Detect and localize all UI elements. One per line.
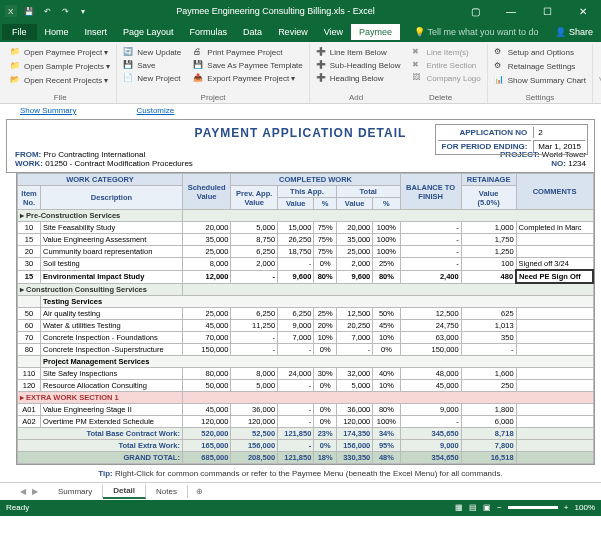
view-normal-icon[interactable]: ▦ (455, 503, 463, 512)
zoom-out-button[interactable]: − (497, 503, 502, 512)
view-layout-icon[interactable]: ▤ (469, 503, 477, 512)
group-delete-label: Delete (398, 92, 483, 103)
group-file-label: File (8, 92, 112, 103)
line-icon: ➕ (316, 47, 327, 58)
menu-data[interactable]: Data (235, 27, 270, 37)
tab-nav-next[interactable]: ▶ (32, 487, 48, 496)
minimize-button[interactable]: — (497, 6, 525, 17)
line-icon: ✖ (412, 47, 423, 58)
menu-paymee[interactable]: Paymee (351, 24, 400, 40)
sheet-tabs: ◀ ▶ Summary Detail Notes ⊕ (0, 482, 601, 500)
retainage-settings[interactable]: ⚙Retainage Settings (492, 60, 588, 73)
settings-icon: ⚙ (494, 61, 505, 72)
close-button[interactable]: ✕ (569, 6, 597, 17)
zoom-level: 100% (575, 503, 595, 512)
status-ready: Ready (6, 503, 29, 512)
menubar: File Home Insert Page Layout Formulas Da… (0, 22, 601, 42)
qat-more-icon[interactable]: ▾ (76, 4, 90, 18)
customize-link[interactable]: Customize (136, 106, 174, 115)
del-line-items[interactable]: ✖Line Item(s) (410, 46, 482, 59)
redo-icon[interactable]: ↷ (58, 4, 72, 18)
save-icon[interactable]: 💾 (22, 4, 36, 18)
gear-icon: ⚙ (494, 47, 505, 58)
svg-text:X: X (8, 7, 14, 16)
open-recent-projects[interactable]: 📂Open Recent Projects ▾ (8, 74, 112, 87)
save-as-template[interactable]: 💾Save As Paymee Template (191, 59, 304, 72)
menu-home[interactable]: Home (37, 27, 77, 37)
undo-icon[interactable]: ↶ (40, 4, 54, 18)
show-summary-link[interactable]: Show Summary (20, 106, 76, 115)
subhead-icon: ➕ (316, 60, 327, 71)
excel-icon: X (4, 4, 18, 18)
section-icon: ✖ (412, 60, 423, 71)
del-logo[interactable]: 🖼Company Logo (410, 72, 482, 85)
export-paymee[interactable]: 📤Export Paymee Project ▾ (191, 72, 304, 85)
window-title: Paymee Engineering Consulting Billing.xl… (90, 6, 461, 16)
menu-review[interactable]: Review (270, 27, 316, 37)
menu-insert[interactable]: Insert (77, 27, 116, 37)
folder-icon: 📁 (10, 61, 21, 72)
menu-view[interactable]: View (316, 27, 351, 37)
quick-access-toolbar: X 💾 ↶ ↷ ▾ (4, 4, 90, 18)
group-settings-label: Settings (492, 92, 588, 103)
zoom-slider[interactable] (508, 506, 558, 509)
menu-page-layout[interactable]: Page Layout (115, 27, 182, 37)
group-project-label: Project (121, 92, 305, 103)
show-summary-chart[interactable]: 📊Show Summary Chart (492, 74, 588, 87)
update-icon: 🔄 (123, 47, 134, 58)
tab-nav-prev[interactable]: ◀ (20, 487, 32, 496)
save-icon: 💾 (123, 60, 134, 71)
payment-grid[interactable]: WORK CATEGORYScheduled ValueCOMPLETED WO… (16, 173, 595, 465)
heading-icon: ➕ (316, 73, 327, 84)
new-update[interactable]: 🔄New Update (121, 46, 183, 59)
folder-icon: 📁 (10, 47, 21, 58)
tip-text: Tip: Right-Click for common commands or … (6, 465, 595, 482)
summary-links: Show Summary Customize (0, 104, 601, 117)
add-line-item[interactable]: ➕Line Item Below (314, 46, 403, 59)
tab-notes[interactable]: Notes (146, 485, 188, 498)
doc-header: PAYMENT APPLICATION DETAIL APPLICATION N… (6, 119, 595, 173)
tab-detail[interactable]: Detail (103, 484, 146, 499)
view-break-icon[interactable]: ▣ (483, 503, 491, 512)
tell-me-input[interactable]: 💡 Tell me what you want to do (400, 27, 555, 37)
open-paymee-project[interactable]: 📁Open Paymee Project ▾ (8, 46, 112, 59)
chart-icon: 📊 (494, 75, 505, 86)
del-section[interactable]: ✖Entire Section (410, 59, 482, 72)
setup-options[interactable]: ⚙Setup and Options (492, 46, 588, 59)
app-info-box: APPLICATION NO2 FOR PERIOD ENDING:Mar 1,… (435, 124, 588, 155)
add-subheading[interactable]: ➕Sub-Heading Below (314, 59, 403, 72)
add-heading[interactable]: ➕Heading Below (314, 72, 403, 85)
export-icon: 📤 (193, 73, 204, 84)
tab-summary[interactable]: Summary (48, 485, 103, 498)
folder-icon: 📂 (10, 75, 21, 86)
save-project[interactable]: 💾Save (121, 59, 183, 72)
ribbon: 📁Open Paymee Project ▾ 📁Open Sample Proj… (0, 42, 601, 104)
maximize-button[interactable]: ☐ (533, 6, 561, 17)
group-add-label: Add (314, 92, 399, 103)
titlebar: X 💾 ↶ ↷ ▾ Paymee Engineering Consulting … (0, 0, 601, 22)
share-button[interactable]: 👤 Share (555, 27, 599, 37)
ribbon-options-icon[interactable]: ▢ (461, 6, 489, 17)
zoom-in-button[interactable]: + (564, 503, 569, 512)
print-paymee[interactable]: 🖨Print Paymee Project (191, 46, 304, 59)
print-icon: 🖨 (193, 47, 204, 58)
view-find-button[interactable]: 🔍 View and Find ▾ (593, 44, 601, 103)
new-icon: 📄 (123, 73, 134, 84)
open-sample-projects[interactable]: 📁Open Sample Projects ▾ (8, 60, 112, 73)
menu-file[interactable]: File (2, 24, 37, 40)
statusbar: Ready ▦ ▤ ▣ − + 100% (0, 500, 601, 516)
new-project[interactable]: 📄New Project (121, 72, 183, 85)
tab-add-button[interactable]: ⊕ (188, 485, 211, 498)
save-icon: 💾 (193, 60, 204, 71)
menu-formulas[interactable]: Formulas (182, 27, 236, 37)
logo-icon: 🖼 (412, 73, 423, 84)
